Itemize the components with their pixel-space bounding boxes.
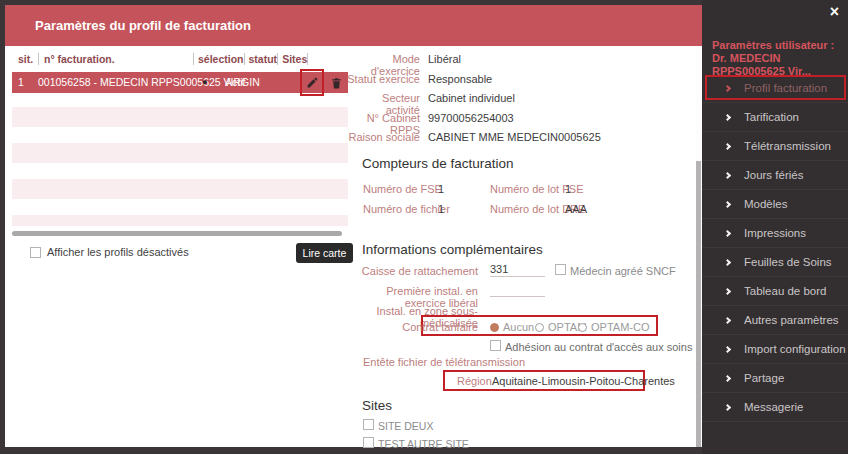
sidebar-item-impressions[interactable]: Impressions (702, 219, 848, 248)
sidebar-item-tarification[interactable]: Tarification (702, 103, 848, 132)
column-header-numero-facturation: n° facturation. (38, 53, 193, 65)
profile-form: Mode d'exercice Libéral Statut exercice … (345, 46, 701, 447)
chevron-right-icon (724, 345, 731, 352)
chevron-right-icon (724, 113, 731, 120)
delete-profile-button[interactable] (330, 76, 343, 89)
cell-statut: Actif (225, 72, 245, 93)
form-vertical-scrollbar[interactable] (696, 46, 701, 447)
section-heading-compteurs: Compteurs de facturation (362, 156, 514, 171)
pencil-icon (306, 76, 319, 89)
column-header-selection: sélection (193, 53, 244, 65)
sidebar-item-autres-parametres[interactable]: Autres paramètres (702, 306, 848, 335)
test-autre-site-label: TEST AUTRE SITE (378, 438, 469, 450)
radio-icon (578, 323, 587, 332)
chevron-right-icon (724, 374, 731, 381)
field-value-mode-exercice: Libéral (428, 53, 461, 65)
chevron-right-icon (724, 258, 731, 265)
premiere-installation-input[interactable] (490, 283, 545, 297)
adhesion-contrat-label: Adhésion au contrat d'accès aux soins (505, 341, 692, 353)
table-row-empty (12, 143, 348, 163)
selection-bullet-icon: ● (202, 72, 207, 93)
show-disabled-profiles-checkbox[interactable] (30, 247, 41, 258)
region-value[interactable]: Aquitaine-Limousin-Poitou-Charentes (492, 375, 675, 387)
value-numero-lot-fse: 1 (565, 183, 571, 195)
chevron-right-icon (724, 287, 731, 294)
edit-profile-button[interactable] (300, 69, 324, 96)
cell-sit: 1 (18, 72, 24, 93)
table-horizontal-scrollbar[interactable] (12, 231, 342, 236)
value-numero-fichier: 1 (438, 203, 444, 215)
table-footer: Afficher les profils désactivés Lire car… (12, 243, 353, 265)
billing-profiles-table: sit. n° facturation. sélection statut Si… (12, 46, 353, 447)
sidebar-item-tableau-de-bord[interactable]: Tableau de bord (702, 277, 848, 306)
sidebar-header-line1: Paramètres utilisateur : (712, 39, 848, 52)
field-value-raison-sociale: CABINET MME MEDECIN0005625 (428, 131, 601, 143)
column-header-statut: statut (244, 53, 278, 65)
sidebar-item-import-configuration[interactable]: Import configuration (702, 335, 848, 364)
sidebar-nav: Profil facturation Tarification Télétran… (702, 74, 848, 422)
chevron-right-icon (724, 229, 731, 236)
trash-icon (330, 77, 343, 90)
show-disabled-profiles-label: Afficher les profils désactivés (47, 246, 189, 258)
label-region: Région (457, 375, 492, 387)
table-row-empty (12, 215, 348, 226)
radio-label: OPTAM-CO (591, 321, 649, 333)
section-heading-infos-complementaires: Informations complémentaires (362, 242, 543, 257)
table-row-empty (12, 179, 348, 199)
sidebar-user-header: Paramètres utilisateur : Dr. MEDECIN RPP… (712, 39, 848, 78)
table-header-row: sit. n° facturation. sélection statut Si… (12, 51, 348, 66)
scrollbar-thumb[interactable] (696, 161, 701, 447)
adhesion-contrat-checkbox[interactable] (490, 340, 501, 351)
column-header-sit: sit. (12, 53, 38, 65)
table-row-empty (12, 107, 348, 127)
test-autre-site-checkbox[interactable] (363, 437, 374, 448)
sidebar-item-jours-feries[interactable]: Jours fériés (702, 161, 848, 190)
value-numero-lot-dre: AAA (565, 203, 587, 215)
chevron-right-icon (724, 200, 731, 207)
chevron-right-icon (724, 142, 731, 149)
caisse-rattachement-input[interactable]: 331 (490, 263, 545, 277)
billing-profile-modal: Paramètres du profil de facturation sit.… (5, 5, 702, 447)
app-window: Paramètres du profil de facturation sit.… (0, 0, 848, 454)
sidebar-item-partage[interactable]: Partage (702, 364, 848, 393)
chevron-right-icon (724, 84, 731, 91)
field-label-raison-sociale: Raison sociale (345, 131, 420, 143)
medecin-sncf-label: Médecin agréé SNCF (570, 265, 676, 277)
field-value-cabinet-rpps: 99700056254003 (428, 112, 514, 124)
label-numero-fse: Numéro de FSE (363, 183, 442, 195)
radio-selected-icon (490, 323, 499, 332)
sidebar-item-teletransmission[interactable]: Télétransmission (702, 132, 848, 161)
value-numero-fse: 1 (438, 183, 444, 195)
label-contrat-tarifaire: Contrat tarifaire (345, 321, 478, 333)
chevron-right-icon (724, 316, 731, 323)
site-deux-label: SITE DEUX (378, 420, 433, 432)
radio-label: Aucun (503, 321, 534, 333)
table-row-active-profile[interactable]: 1 001056258 - MEDECIN RPPS0005625 VIRGIN… (12, 72, 348, 93)
field-label-statut-exercice: Statut exercice (345, 73, 420, 85)
modal-title: Paramètres du profil de facturation (5, 5, 702, 46)
field-value-secteur-activite: Cabinet individuel (428, 92, 515, 104)
chevron-right-icon (724, 403, 731, 410)
sidebar-item-messagerie[interactable]: Messagerie (702, 393, 848, 422)
chevron-right-icon (724, 171, 731, 178)
column-header-sites: Sites (277, 53, 308, 65)
radio-option-optam-co[interactable]: OPTAM-CO (578, 321, 649, 333)
sidebar-item-modeles[interactable]: Modèles (702, 190, 848, 219)
label-caisse-rattachement: Caisse de rattachement (345, 265, 478, 277)
radio-option-aucun[interactable]: Aucun (490, 321, 534, 333)
sidebar-item-feuilles-de-soins[interactable]: Feuilles de Soins (702, 248, 848, 277)
label-entete-fichier: Entête fichier de télétransmission (363, 356, 525, 368)
close-icon[interactable]: × (830, 3, 839, 21)
field-value-statut-exercice: Responsable (428, 73, 492, 85)
radio-icon (535, 323, 544, 332)
sidebar-item-profil-facturation[interactable]: Profil facturation (702, 74, 848, 103)
site-deux-checkbox[interactable] (363, 419, 374, 430)
settings-sidebar: × Paramètres utilisateur : Dr. MEDECIN R… (702, 0, 848, 454)
medecin-sncf-checkbox[interactable] (555, 264, 566, 275)
section-heading-sites: Sites (362, 398, 392, 413)
label-numero-fichier: Numéro de fichier (363, 203, 450, 215)
